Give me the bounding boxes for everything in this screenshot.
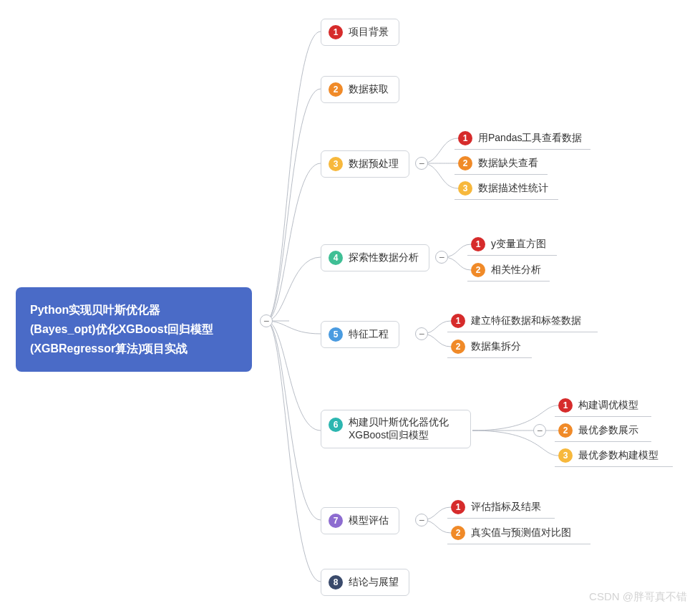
branch-bayes-xgb[interactable]: 6 构建贝叶斯优化器优化 XGBoost回归模型 (321, 410, 471, 448)
leaf-underline (454, 174, 548, 175)
leaf-badge: 2 (451, 340, 465, 354)
leaf-badge: 1 (451, 314, 465, 328)
leaf-pred-vs-actual[interactable]: 2 真实值与预测值对比图 (451, 522, 571, 544)
leaf-underline (467, 281, 550, 282)
leaf-missing-check[interactable]: 2 数据缺失查看 (458, 153, 538, 174)
leaf-badge: 2 (471, 263, 485, 277)
leaf-underline (555, 416, 651, 417)
leaf-best-params[interactable]: 2 最优参数展示 (558, 420, 638, 441)
root-line-3: (XGBRegressor算法)项目实战 (30, 339, 238, 358)
branch-feature-eng[interactable]: 5 特征工程 (321, 321, 399, 348)
leaf-label: 数据集拆分 (471, 340, 521, 353)
leaf-badge: 1 (558, 398, 573, 413)
leaf-underline (447, 357, 532, 358)
leaf-label: 评估指标及结果 (471, 501, 541, 514)
leaf-label: 真实值与预测值对比图 (471, 526, 571, 539)
leaf-y-histogram[interactable]: 1 y变量直方图 (471, 234, 546, 255)
leaf-badge: 2 (451, 526, 465, 540)
leaf-label: 最优参数展示 (578, 424, 638, 437)
leaf-underline (447, 518, 555, 519)
badge-1: 1 (329, 25, 343, 39)
watermark: CSDN @胖哥真不错 (589, 590, 687, 604)
badge-8: 8 (329, 575, 343, 590)
leaf-train-test-split[interactable]: 2 数据集拆分 (451, 336, 521, 357)
leaf-badge: 1 (458, 131, 472, 145)
leaf-label: 数据描述性统计 (478, 182, 548, 195)
leaf-underline (454, 199, 558, 200)
leaf-badge: 1 (471, 237, 485, 251)
leaf-build-tuning[interactable]: 1 构建调优模型 (558, 395, 638, 416)
leaf-underline (447, 332, 598, 332)
leaf-best-params-model[interactable]: 3 最优参数构建模型 (558, 445, 658, 466)
leaf-underline (555, 466, 673, 467)
leaf-label: y变量直方图 (491, 238, 546, 251)
leaf-label: 相关性分析 (491, 264, 541, 276)
root-line-2: (Bayes_opt)优化XGBoost回归模型 (30, 319, 238, 339)
leaf-badge: 3 (558, 448, 573, 463)
leaf-underline (555, 441, 651, 442)
branch-label-wrap: 构建贝叶斯优化器优化 XGBoost回归模型 (349, 416, 449, 442)
badge-3: 3 (329, 157, 343, 171)
branch-label-line-1: 构建贝叶斯优化器优化 (349, 416, 449, 429)
branch-project-background[interactable]: 1 项目背景 (321, 19, 399, 46)
root-node[interactable]: Python实现贝叶斯优化器 (Bayes_opt)优化XGBoost回归模型 … (16, 287, 252, 372)
branch-model-eval[interactable]: 7 模型评估 (321, 507, 399, 534)
branch-label: 模型评估 (349, 514, 389, 527)
leaf-eval-metrics[interactable]: 1 评估指标及结果 (451, 496, 541, 518)
leaf-badge: 2 (458, 156, 472, 170)
leaf-pandas-view[interactable]: 1 用Pandas工具查看数据 (458, 128, 582, 149)
badge-2: 2 (329, 82, 343, 97)
badge-5: 5 (329, 327, 343, 342)
leaf-underline (467, 255, 557, 256)
leaf-correlation[interactable]: 2 相关性分析 (471, 259, 541, 281)
branch-label: 数据获取 (349, 83, 389, 96)
collapse-eda[interactable]: − (435, 251, 448, 264)
leaf-label: 建立特征数据和标签数据 (471, 314, 581, 327)
branch-label: 特征工程 (349, 328, 389, 341)
leaf-label: 用Pandas工具查看数据 (478, 132, 582, 145)
branch-label-line-2: XGBoost回归模型 (349, 429, 449, 442)
leaf-label: 最优参数构建模型 (578, 449, 658, 462)
branch-label: 结论与展望 (349, 576, 399, 589)
leaf-badge: 1 (451, 500, 465, 514)
leaf-label: 数据缺失查看 (478, 157, 538, 170)
collapse-preprocessing[interactable]: − (415, 157, 428, 170)
branch-eda[interactable]: 4 探索性数据分析 (321, 244, 429, 271)
badge-6: 6 (329, 418, 343, 432)
leaf-build-feature-label[interactable]: 1 建立特征数据和标签数据 (451, 310, 581, 332)
leaf-badge: 3 (458, 181, 472, 196)
leaf-badge: 2 (558, 423, 573, 438)
badge-7: 7 (329, 514, 343, 528)
collapse-root[interactable]: − (260, 314, 273, 327)
collapse-bayes-xgb[interactable]: − (533, 424, 546, 437)
collapse-model-eval[interactable]: − (415, 514, 428, 526)
branch-preprocessing[interactable]: 3 数据预处理 (321, 150, 409, 178)
leaf-descriptive-stats[interactable]: 3 数据描述性统计 (458, 178, 548, 199)
leaf-label: 构建调优模型 (578, 399, 638, 412)
branch-conclusion[interactable]: 8 结论与展望 (321, 569, 409, 596)
branch-label: 项目背景 (349, 26, 389, 39)
leaf-underline (454, 149, 590, 150)
leaf-underline (447, 544, 590, 544)
branch-label: 探索性数据分析 (349, 251, 419, 264)
collapse-feature-eng[interactable]: − (415, 327, 428, 340)
badge-4: 4 (329, 251, 343, 265)
branch-data-acquisition[interactable]: 2 数据获取 (321, 76, 399, 103)
root-line-1: Python实现贝叶斯优化器 (30, 300, 238, 319)
branch-label: 数据预处理 (349, 158, 399, 170)
